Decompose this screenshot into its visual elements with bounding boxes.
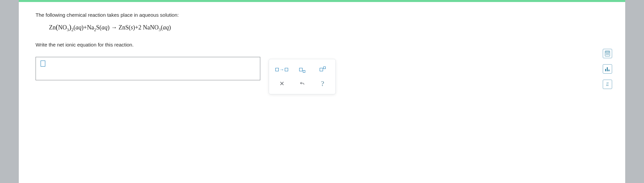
toolbox-row-1: → <box>272 63 333 76</box>
help-icon: ? <box>321 79 324 88</box>
periodic-table-button[interactable]: 18 Ar <box>603 80 612 89</box>
svg-point-7 <box>608 54 609 55</box>
subscript-button[interactable] <box>293 63 311 76</box>
calculator-button[interactable] <box>603 49 612 58</box>
svg-point-6 <box>607 54 607 55</box>
svg-rect-1 <box>606 52 609 53</box>
calculator-icon <box>605 51 610 57</box>
close-icon: ✕ <box>279 80 284 87</box>
reaction-arrow-button[interactable]: → <box>273 63 290 76</box>
help-button[interactable]: ? <box>314 77 331 90</box>
svg-point-5 <box>606 54 606 55</box>
question-prompt: The following chemical reaction takes pl… <box>36 12 472 18</box>
answer-placeholder-box <box>41 61 45 67</box>
bar-chart-icon <box>604 66 610 72</box>
svg-rect-10 <box>608 70 609 71</box>
clear-button[interactable]: ✕ <box>273 77 290 90</box>
content-panel: The following chemical reaction takes pl… <box>19 2 625 183</box>
equation-toolbox: → ✕ ? <box>269 59 336 94</box>
question-instruction: Write the net ionic equation for this re… <box>36 42 472 48</box>
chemical-equation: Zn(NO3)2(aq)+Na2S(aq) → ZnS(s)+2 NaNO3(a… <box>49 23 472 32</box>
undo-icon <box>299 81 305 87</box>
svg-point-2 <box>606 53 606 54</box>
question-area: The following chemical reaction takes pl… <box>36 12 472 80</box>
svg-point-4 <box>608 53 609 54</box>
superscript-button[interactable] <box>314 63 331 76</box>
side-tool-column: 18 Ar <box>602 49 613 89</box>
svg-rect-8 <box>605 69 606 71</box>
ptable-symbol: Ar <box>606 84 609 87</box>
answer-input[interactable] <box>36 57 260 80</box>
svg-point-3 <box>607 53 607 54</box>
svg-rect-9 <box>607 67 608 71</box>
toolbox-row-2: ✕ ? <box>272 77 333 90</box>
undo-button[interactable] <box>293 77 311 90</box>
data-tool-button[interactable] <box>603 64 612 74</box>
